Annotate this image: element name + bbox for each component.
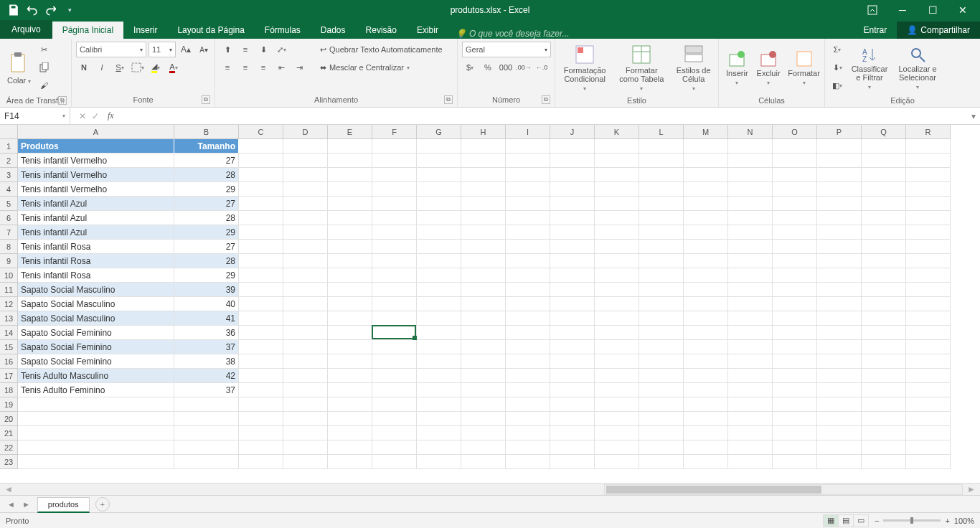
cell[interactable]	[817, 440, 862, 455]
cell[interactable]	[728, 139, 773, 154]
cell[interactable]: Tenis infantil Rosa	[18, 268, 174, 283]
cell[interactable]	[461, 397, 506, 412]
cell[interactable]	[461, 283, 506, 297]
cell[interactable]	[728, 311, 773, 326]
column-header[interactable]: R	[906, 125, 951, 139]
cell[interactable]	[639, 211, 684, 225]
cell[interactable]	[239, 139, 283, 154]
cell[interactable]	[174, 455, 239, 469]
cell[interactable]	[18, 397, 174, 412]
cell[interactable]	[862, 383, 906, 397]
cell[interactable]	[906, 283, 951, 297]
decrease-indent-button[interactable]: ⇤	[273, 60, 289, 75]
cell[interactable]	[773, 211, 817, 225]
cell[interactable]	[506, 455, 550, 469]
border-button[interactable]	[130, 60, 146, 75]
cell[interactable]	[461, 154, 506, 168]
percent-button[interactable]: %	[480, 60, 496, 75]
row-header[interactable]: 7	[0, 225, 18, 240]
cell[interactable]	[328, 211, 372, 225]
cell[interactable]	[417, 268, 461, 283]
cell[interactable]	[773, 412, 817, 426]
cell[interactable]	[773, 297, 817, 311]
font-name-select[interactable]: Calibri▾	[76, 42, 146, 57]
cell[interactable]	[639, 440, 684, 455]
cell[interactable]	[506, 168, 550, 182]
decrease-font-button[interactable]: A▾	[196, 42, 212, 57]
number-dialog-launcher[interactable]: ⧉	[542, 95, 550, 104]
view-page-break-button[interactable]: ▭	[853, 514, 869, 527]
cell[interactable]	[728, 383, 773, 397]
cell[interactable]	[773, 326, 817, 340]
row-header[interactable]: 21	[0, 426, 18, 440]
cell[interactable]	[550, 340, 595, 354]
cell[interactable]	[328, 139, 372, 154]
row-header[interactable]: 13	[0, 311, 18, 326]
cell[interactable]	[239, 354, 283, 369]
cell[interactable]	[417, 154, 461, 168]
cell[interactable]	[595, 412, 639, 426]
cell[interactable]	[862, 397, 906, 412]
cell[interactable]	[239, 455, 283, 469]
accept-formula-button[interactable]: ✓	[92, 111, 99, 121]
cell[interactable]	[773, 340, 817, 354]
cell[interactable]	[550, 182, 595, 197]
cell[interactable]	[417, 139, 461, 154]
cell[interactable]	[684, 225, 728, 240]
cell[interactable]	[639, 182, 684, 197]
cell[interactable]	[550, 440, 595, 455]
row-header[interactable]: 3	[0, 168, 18, 182]
cell[interactable]	[862, 297, 906, 311]
cell[interactable]	[372, 211, 417, 225]
cell[interactable]	[817, 426, 862, 440]
cell[interactable]	[461, 297, 506, 311]
cell[interactable]: 39	[174, 283, 239, 297]
cell[interactable]	[506, 211, 550, 225]
cell[interactable]	[239, 397, 283, 412]
cell[interactable]	[906, 182, 951, 197]
cell[interactable]	[639, 297, 684, 311]
cell[interactable]	[906, 211, 951, 225]
tab-layout-da-página[interactable]: Layout da Página	[167, 22, 254, 39]
cell[interactable]	[550, 225, 595, 240]
ribbon-options-button[interactable]	[858, 1, 887, 19]
autosum-button[interactable]: Σ	[829, 42, 845, 57]
cell[interactable]	[817, 154, 862, 168]
cell[interactable]	[595, 154, 639, 168]
scrollbar-thumb[interactable]	[606, 486, 821, 494]
cell[interactable]	[773, 254, 817, 268]
cell[interactable]	[372, 254, 417, 268]
cell[interactable]	[595, 240, 639, 254]
cell[interactable]	[817, 168, 862, 182]
cell[interactable]: Sapato Social Masculino	[18, 297, 174, 311]
cell[interactable]	[283, 197, 328, 211]
cell[interactable]	[372, 397, 417, 412]
signin-button[interactable]: Entrar	[854, 22, 897, 39]
cell[interactable]	[417, 311, 461, 326]
cell-styles-button[interactable]: Estilos de Célula	[673, 42, 714, 96]
name-box[interactable]: F14▾	[0, 108, 70, 124]
cell[interactable]	[506, 369, 550, 383]
column-header[interactable]: N	[728, 125, 773, 139]
row-header[interactable]: 12	[0, 297, 18, 311]
file-tab[interactable]: Arquivo	[0, 20, 52, 39]
cell[interactable]	[862, 426, 906, 440]
cell[interactable]	[417, 426, 461, 440]
cell[interactable]	[372, 354, 417, 369]
cell[interactable]	[773, 354, 817, 369]
cell[interactable]	[506, 254, 550, 268]
row-header[interactable]: 20	[0, 412, 18, 426]
cell[interactable]: 37	[174, 340, 239, 354]
cell[interactable]	[906, 197, 951, 211]
wrap-text-button[interactable]: ↩Quebrar Texto Automaticamente	[316, 42, 447, 57]
cell[interactable]	[639, 240, 684, 254]
cell[interactable]	[906, 154, 951, 168]
cell[interactable]	[550, 283, 595, 297]
cell[interactable]	[684, 440, 728, 455]
row-header[interactable]: 5	[0, 197, 18, 211]
cell[interactable]	[461, 455, 506, 469]
cell[interactable]	[862, 440, 906, 455]
cell[interactable]	[684, 197, 728, 211]
cell[interactable]	[372, 455, 417, 469]
cell[interactable]	[595, 139, 639, 154]
